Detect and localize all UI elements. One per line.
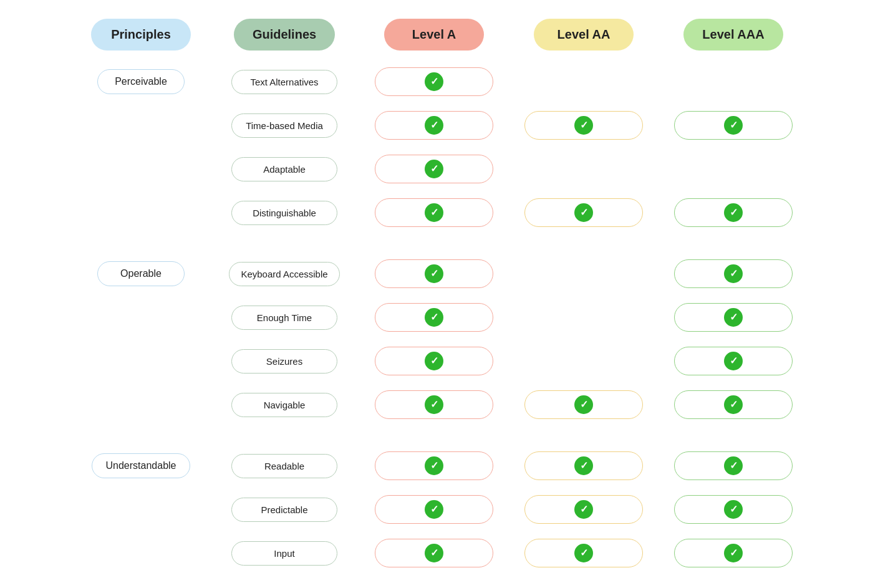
header-guidelines: Guidelines xyxy=(210,19,359,51)
level-a-check-box xyxy=(375,539,493,567)
guideline-cell: Text Alternatives xyxy=(210,70,359,94)
level-aaa-check-box xyxy=(674,303,793,332)
principle-cell-operable: Operable xyxy=(72,261,210,286)
table-row: Enough Time xyxy=(72,299,821,336)
principle-pill-perceivable: Perceivable xyxy=(97,69,185,94)
check-icon xyxy=(425,544,443,562)
check-icon xyxy=(724,456,743,475)
guideline-cell: Readable xyxy=(210,454,359,478)
check-icon xyxy=(425,203,443,222)
table-row: UnderstandableReadable xyxy=(72,447,821,484)
level-a-check-box xyxy=(375,495,493,524)
guideline-cell: Navigable xyxy=(210,393,359,417)
header-principles: Principles xyxy=(72,19,210,51)
header-level-aaa: Level AAA xyxy=(659,19,808,51)
check-icon xyxy=(425,352,443,370)
guideline-pill: Enough Time xyxy=(231,306,337,330)
level-aa-cell xyxy=(509,198,659,227)
level-aa-cell xyxy=(509,111,659,140)
level-a-cell xyxy=(359,259,509,288)
level-aa-check-box xyxy=(524,111,643,140)
level-a-cell xyxy=(359,539,509,567)
level-aaa-cell xyxy=(659,390,808,419)
check-icon xyxy=(574,456,593,475)
principle-cell-understandable: Understandable xyxy=(72,453,210,478)
guideline-cell: Time-based Media xyxy=(210,113,359,138)
level-aaa-cell xyxy=(659,259,808,288)
table-row: Seizures xyxy=(72,342,821,380)
section-perceivable: PerceivableText AlternativesTime-based M… xyxy=(72,63,821,231)
principle-pill-understandable: Understandable xyxy=(92,453,191,478)
level-aa-cell xyxy=(509,539,659,567)
level-aaa-cell xyxy=(659,451,808,480)
level-aaa-check-box xyxy=(674,347,793,375)
section-understandable: UnderstandableReadablePredictableInput xyxy=(72,447,821,572)
level-a-cell xyxy=(359,451,509,480)
check-icon xyxy=(574,500,593,519)
table-row: Time-based Media xyxy=(72,107,821,144)
level-a-cell xyxy=(359,198,509,227)
check-icon xyxy=(425,500,443,519)
level-a-cell xyxy=(359,347,509,375)
level-a-cell xyxy=(359,67,509,96)
level-a-check-box xyxy=(375,198,493,227)
table-header: Principles Guidelines Level A Level AA L… xyxy=(72,19,821,51)
guideline-pill: Keyboard Accessible xyxy=(229,262,339,286)
table-row: Predictable xyxy=(72,491,821,528)
level-aaa-check-box xyxy=(674,539,793,567)
check-icon xyxy=(574,395,593,414)
table-row: OperableKeyboard Accessible xyxy=(72,255,821,292)
principles-header-pill: Principles xyxy=(91,19,191,51)
guidelines-header-pill: Guidelines xyxy=(234,19,335,51)
check-icon xyxy=(425,395,443,414)
check-icon xyxy=(724,395,743,414)
guideline-pill: Input xyxy=(231,541,337,566)
level-a-check-box xyxy=(375,390,493,419)
level-aa-cell xyxy=(509,390,659,419)
check-icon xyxy=(574,203,593,222)
level-a-check-box xyxy=(375,451,493,480)
level-aaa-check-box xyxy=(674,259,793,288)
principle-pill-operable: Operable xyxy=(97,261,185,286)
level-a-cell xyxy=(359,303,509,332)
guideline-cell: Input xyxy=(210,541,359,566)
table-row: PerceivableText Alternatives xyxy=(72,63,821,100)
level-aa-check-box xyxy=(524,198,643,227)
check-icon xyxy=(425,264,443,283)
level-a-check-box xyxy=(375,111,493,140)
level-aaa-cell xyxy=(659,111,808,140)
guideline-cell: Predictable xyxy=(210,498,359,522)
level-aaa-check-box xyxy=(674,198,793,227)
check-icon xyxy=(724,500,743,519)
level-aaa-check-box xyxy=(674,390,793,419)
check-icon xyxy=(724,352,743,370)
guideline-pill: Time-based Media xyxy=(231,113,337,138)
check-icon xyxy=(724,203,743,222)
guideline-pill: Seizures xyxy=(231,349,337,374)
level-aaa-cell xyxy=(659,347,808,375)
check-icon xyxy=(425,308,443,327)
check-icon xyxy=(724,544,743,562)
header-level-aa: Level AA xyxy=(509,19,659,51)
guideline-cell: Enough Time xyxy=(210,306,359,330)
level-a-cell xyxy=(359,390,509,419)
check-icon xyxy=(724,308,743,327)
check-icon xyxy=(425,160,443,178)
level-a-check-box xyxy=(375,303,493,332)
level-aa-cell xyxy=(509,451,659,480)
level-a-check-box xyxy=(375,155,493,183)
check-icon xyxy=(425,116,443,135)
check-icon xyxy=(574,544,593,562)
guideline-pill: Predictable xyxy=(231,498,337,522)
level-aaa-cell xyxy=(659,198,808,227)
section-operable: OperableKeyboard AccessibleEnough TimeSe… xyxy=(72,255,821,423)
level-aaa-cell xyxy=(659,495,808,524)
header-level-a: Level A xyxy=(359,19,509,51)
guideline-pill: Adaptable xyxy=(231,157,337,181)
table-row: Distinguishable xyxy=(72,194,821,231)
table-row: Input xyxy=(72,534,821,572)
level-aaa-cell xyxy=(659,303,808,332)
level-a-cell xyxy=(359,495,509,524)
level-aa-check-box xyxy=(524,390,643,419)
guideline-pill: Text Alternatives xyxy=(231,70,337,94)
